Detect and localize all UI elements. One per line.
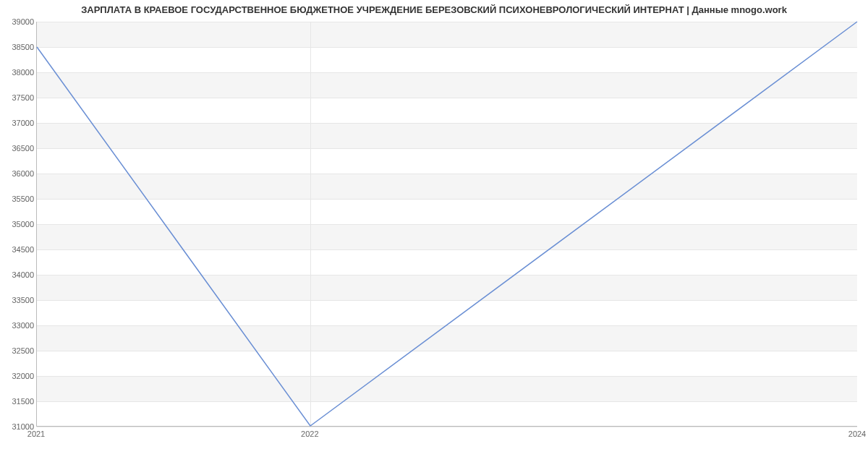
y-tick-label: 36000	[2, 169, 34, 178]
y-tick-label: 32000	[2, 372, 34, 380]
plot-area	[36, 22, 857, 427]
line-series	[37, 22, 857, 426]
y-gridline	[37, 427, 857, 427]
y-tick-label: 33500	[2, 296, 34, 304]
data-line	[37, 22, 857, 426]
y-tick-label: 35500	[2, 195, 34, 203]
y-tick-label: 35000	[2, 220, 34, 228]
y-tick-label: 38000	[2, 68, 34, 77]
y-tick-label: 32500	[2, 346, 34, 355]
chart-title: ЗАРПЛАТА В КРАЕВОЕ ГОСУДАРСТВЕННОЕ БЮДЖЕ…	[0, 4, 868, 15]
x-tick-label: 2024	[848, 430, 866, 438]
y-tick-label: 34000	[2, 270, 34, 279]
x-tick-label: 2022	[301, 430, 318, 438]
y-tick-label: 34500	[2, 245, 34, 254]
y-tick-label: 31500	[2, 397, 34, 406]
y-tick-label: 36500	[2, 144, 34, 153]
chart-container: ЗАРПЛАТА В КРАЕВОЕ ГОСУДАРСТВЕННОЕ БЮДЖЕ…	[0, 0, 868, 470]
y-tick-label: 37500	[2, 93, 34, 102]
y-tick-label: 38500	[2, 43, 34, 51]
y-tick-label: 33000	[2, 321, 34, 330]
y-tick-label: 39000	[2, 17, 34, 26]
x-tick-label: 2021	[27, 430, 45, 438]
y-tick-label: 37000	[2, 119, 34, 127]
